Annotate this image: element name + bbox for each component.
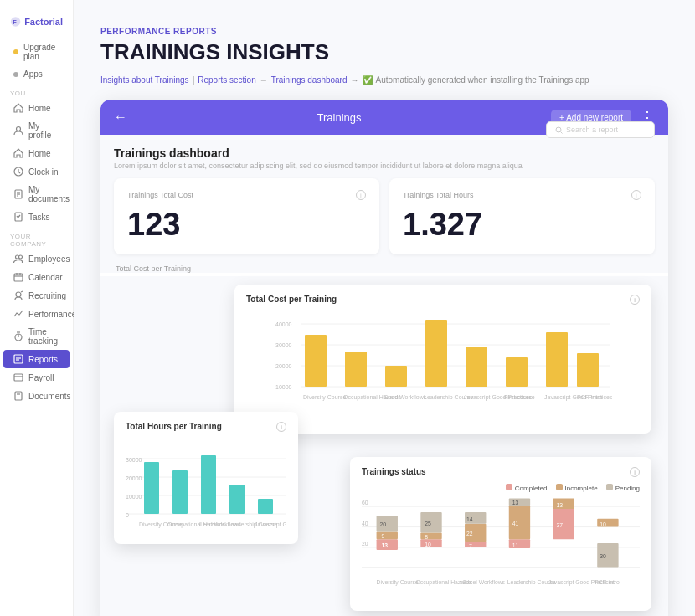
svg-text:10000: 10000	[126, 494, 142, 500]
hours-bar-chart: 0 10000 20000 30000 Diversity Course Occ…	[126, 439, 286, 531]
sidebar-item-home1[interactable]: Home	[3, 99, 70, 117]
search-bar[interactable]: Search a report	[546, 121, 655, 138]
svg-text:20000: 20000	[126, 475, 142, 481]
svg-rect-22	[14, 374, 23, 381]
svg-text:PCR intro: PCR intro	[577, 394, 602, 400]
svg-line-16	[21, 291, 23, 292]
stat-cost-info-icon[interactable]: i	[356, 190, 366, 200]
dashboard-body: Trainings dashboard Lorem ipsum dolor si…	[100, 135, 668, 273]
sidebar-item-tasks[interactable]: Tasks	[3, 208, 70, 226]
svg-rect-11	[14, 274, 23, 281]
svg-rect-19	[14, 355, 23, 363]
sidebar: F Factorial Upgrade plan Apps YOU Home M…	[0, 0, 74, 616]
legend-completed: Completed	[506, 484, 548, 492]
sidebar-item-reports[interactable]: Reports	[3, 350, 70, 368]
stat-card-hours: Trainings Total Hours i 1.327	[389, 178, 655, 254]
stat-hours-info-icon[interactable]: i	[631, 190, 641, 200]
svg-text:40000: 40000	[275, 321, 292, 327]
sidebar-item-upgrade[interactable]: Upgrade plan	[3, 38, 70, 65]
stat-hours-label: Trainings Total Hours	[403, 191, 474, 199]
svg-text:30000: 30000	[126, 457, 142, 463]
section-label: PERFORMANCE REPORTS	[100, 27, 668, 36]
sidebar-item-employees[interactable]: Employees	[3, 249, 70, 268]
svg-rect-61	[577, 353, 599, 387]
svg-rect-36	[144, 462, 159, 514]
cost-chart-card: Total Cost per Training i 40000 30000 20…	[234, 285, 651, 434]
svg-line-27	[561, 131, 563, 133]
sidebar-item-documents[interactable]: My documents	[3, 181, 70, 208]
svg-point-15	[16, 292, 21, 297]
status-chart-title: Trainings status	[362, 467, 426, 477]
svg-point-2	[17, 127, 21, 131]
stats-row: Trainings Total Cost i 123 Trainings Tot…	[114, 178, 655, 254]
svg-text:F: F	[13, 18, 17, 26]
sidebar-item-calendar[interactable]: Calendar	[3, 268, 70, 286]
svg-text:13: 13	[556, 502, 563, 508]
sidebar-item-timetracking[interactable]: Time tracking	[3, 323, 70, 350]
svg-text:Javascript Good: Javascript Good	[255, 521, 286, 528]
svg-rect-60	[546, 332, 568, 387]
hours-chart-title: Total Hours per Training	[126, 422, 222, 432]
cost-bar-chart: 40000 30000 20000 10000 Diversity Course	[246, 311, 640, 420]
cost-chart-bg-label: Total Cost per Training	[114, 264, 655, 273]
sidebar-item-home2[interactable]: Home	[3, 144, 70, 162]
breadcrumb-insights: Insights about Trainings	[100, 75, 189, 85]
svg-text:PCR intro: PCR intro	[595, 579, 620, 585]
svg-rect-54	[305, 335, 327, 387]
status-stacked-chart: 20 40 60 13 9 20 Diversity Course 10 8	[362, 497, 640, 598]
status-chart-info-icon[interactable]: i	[630, 467, 640, 477]
stat-hours-value: 1.327	[403, 207, 641, 243]
stat-card-cost: Trainings Total Cost i 123	[114, 178, 379, 254]
svg-text:41: 41	[512, 521, 519, 526]
legend-incomplete: Incomplete	[556, 484, 598, 492]
svg-text:20000: 20000	[275, 363, 292, 369]
svg-text:20: 20	[362, 541, 368, 547]
svg-rect-91	[465, 542, 486, 547]
sidebar-item-apps[interactable]: Apps	[3, 65, 70, 83]
svg-rect-24	[15, 392, 22, 400]
svg-rect-84	[420, 539, 441, 547]
back-button[interactable]: ←	[114, 110, 127, 125]
svg-rect-38	[201, 455, 216, 514]
status-legend: Completed Incomplete Pending	[362, 484, 640, 492]
sidebar-you-section: YOU	[0, 83, 73, 99]
sidebar-logo[interactable]: F Factorial	[0, 10, 73, 38]
breadcrumb-auto: Automatically generated when installing …	[376, 75, 589, 85]
svg-text:Good Workflows: Good Workflows	[384, 394, 427, 400]
cost-chart-info-icon[interactable]: i	[630, 295, 640, 305]
svg-text:40: 40	[362, 521, 368, 526]
svg-rect-55	[345, 352, 367, 387]
page-title: TRAININGS INSIGHTS	[100, 39, 668, 65]
sidebar-item-profile[interactable]: My profile	[3, 117, 70, 144]
topbar-title: Trainings	[317, 111, 362, 124]
breadcrumb-reports: Reports section	[198, 75, 255, 85]
svg-text:Diversity Course: Diversity Course	[377, 579, 419, 586]
svg-text:10: 10	[425, 542, 431, 547]
sidebar-item-clockin[interactable]: Clock in	[3, 162, 70, 181]
sidebar-item-performance[interactable]: Performance	[3, 305, 70, 323]
svg-text:30000: 30000	[275, 342, 292, 348]
main-content: PERFORMANCE REPORTS TRAININGS INSIGHTS I…	[74, 0, 695, 616]
stat-cost-label: Trainings Total Cost	[127, 191, 193, 199]
status-chart-card: Trainings status i Completed Incomplete …	[350, 457, 651, 611]
svg-text:Diversity Course: Diversity Course	[303, 394, 346, 401]
sidebar-item-recruiting[interactable]: Recruiting	[3, 286, 70, 305]
svg-text:14: 14	[466, 516, 473, 522]
svg-text:7: 7	[469, 543, 472, 549]
svg-text:9: 9	[381, 533, 384, 539]
dashboard-header-desc: Lorem ipsum dolor sit amet, consectetur …	[114, 162, 523, 170]
svg-text:13: 13	[381, 542, 388, 548]
svg-text:30: 30	[600, 553, 606, 559]
sidebar-item-docs[interactable]: Documents	[3, 387, 70, 405]
svg-point-10	[19, 255, 23, 259]
sidebar-item-payroll[interactable]: Payroll	[3, 368, 70, 387]
svg-text:10: 10	[600, 521, 606, 527]
svg-point-26	[556, 127, 561, 132]
svg-text:25: 25	[425, 521, 431, 526]
breadcrumb-dashboard: Trainings dashboard	[271, 75, 348, 85]
svg-text:11: 11	[512, 542, 519, 548]
svg-rect-57	[425, 320, 447, 387]
svg-rect-39	[229, 485, 245, 514]
svg-rect-59	[506, 357, 528, 387]
hours-chart-info-icon[interactable]: i	[276, 422, 286, 432]
